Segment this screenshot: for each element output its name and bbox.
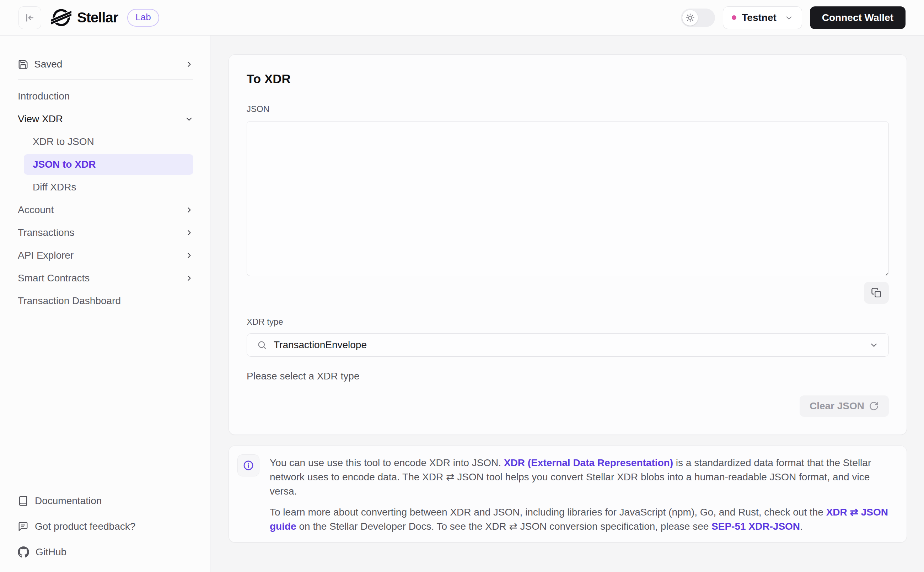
network-selector[interactable]: Testnet	[723, 6, 802, 29]
info-text-segment: on the Stellar Developer Docs. To see th…	[296, 521, 711, 532]
xdr-type-helper-text: Please select a XDR type	[247, 371, 889, 382]
sidebar-item-label: JSON to XDR	[24, 154, 193, 175]
collapse-sidebar-button[interactable]	[19, 6, 41, 29]
sidebar-item-label: Account	[18, 204, 54, 216]
sidebar: Saved Introduction View XDR	[0, 36, 210, 572]
chevron-right-icon	[185, 60, 193, 68]
sidebar-item-label: Transaction Dashboard	[18, 295, 121, 306]
chevron-right-icon	[185, 251, 193, 260]
chevron-right-icon	[185, 228, 193, 237]
info-paragraph: You can use use this tool to encode XDR …	[270, 456, 892, 499]
feedback-icon	[18, 521, 28, 532]
theme-toggle[interactable]	[681, 9, 715, 27]
sidebar-item-view-xdr[interactable]: View XDR	[18, 108, 193, 131]
theme-toggle-knob	[682, 10, 698, 26]
header-actions: Testnet Connect Wallet	[681, 6, 905, 29]
chevron-right-icon	[185, 206, 193, 214]
page-title: To XDR	[247, 72, 889, 86]
sidebar-item-xdr-to-json[interactable]: XDR to JSON	[18, 131, 193, 153]
brand[interactable]: Stellar Lab	[51, 8, 159, 28]
json-input[interactable]	[247, 121, 889, 276]
network-label: Testnet	[742, 12, 776, 23]
sidebar-item-label: Introduction	[18, 90, 70, 102]
search-icon	[257, 340, 267, 350]
info-text-segment: You can use use this tool to encode XDR …	[270, 457, 504, 468]
sidebar-nav: Introduction View XDR XDR to JSON JSON t…	[18, 85, 193, 312]
clear-json-label: Clear JSON	[810, 400, 864, 412]
sidebar-link-feedback[interactable]: Got product feedback?	[18, 514, 193, 539]
sidebar-item-label: View XDR	[18, 113, 63, 125]
info-text: You can use use this tool to encode XDR …	[270, 454, 892, 534]
save-icon	[18, 59, 28, 70]
collapse-sidebar-icon	[25, 12, 35, 23]
info-paragraph: To learn more about converting between X…	[270, 505, 892, 534]
info-link[interactable]: XDR (External Data Representation)	[504, 457, 673, 468]
chevron-right-icon	[185, 274, 193, 283]
sidebar-item-label: API Explorer	[18, 250, 73, 261]
sidebar-item-label: XDR to JSON	[24, 131, 193, 152]
sun-icon	[686, 13, 695, 22]
sidebar-item-json-to-xdr[interactable]: JSON to XDR	[18, 153, 193, 176]
sidebar-item-label: Diff XDRs	[24, 177, 193, 197]
stellar-lab-app: Stellar Lab Testnet Connect Wallet	[0, 0, 924, 572]
chevron-down-icon	[785, 14, 793, 22]
xdr-type-label: XDR type	[247, 317, 889, 327]
copy-json-button[interactable]	[864, 282, 889, 304]
sidebar-footer: Documentation Got product feedback? GitH…	[0, 479, 210, 572]
sidebar-item-transactions[interactable]: Transactions	[18, 221, 193, 244]
sidebar-link-label: Documentation	[35, 495, 102, 507]
info-link[interactable]: SEP-51 XDR-JSON	[711, 521, 800, 532]
network-status-dot	[732, 15, 736, 20]
sidebar-item-saved[interactable]: Saved	[18, 53, 193, 76]
sidebar-divider	[18, 79, 193, 79]
xdr-type-input[interactable]	[274, 339, 863, 351]
xdr-type-select[interactable]	[247, 333, 889, 357]
clear-json-button[interactable]: Clear JSON	[800, 395, 889, 417]
info-text-segment: .	[800, 521, 803, 532]
sidebar-item-account[interactable]: Account	[18, 199, 193, 221]
sidebar-item-introduction[interactable]: Introduction	[18, 85, 193, 108]
brand-name: Stellar	[77, 9, 118, 26]
book-icon	[18, 496, 28, 506]
sidebar-item-diff-xdrs[interactable]: Diff XDRs	[18, 176, 193, 199]
info-card: You can use use this tool to encode XDR …	[229, 446, 907, 542]
sidebar-item-smart-contracts[interactable]: Smart Contracts	[18, 267, 193, 289]
lab-badge: Lab	[127, 9, 159, 26]
sidebar-link-github[interactable]: GitHub	[18, 539, 193, 565]
info-text-segment: To learn more about converting between X…	[270, 507, 826, 518]
to-xdr-card: To XDR JSON XDR type	[229, 54, 907, 435]
sidebar-link-label: GitHub	[36, 546, 67, 558]
json-field-label: JSON	[247, 104, 889, 114]
copy-icon	[871, 288, 882, 298]
info-icon	[243, 460, 254, 471]
sidebar-link-documentation[interactable]: Documentation	[18, 488, 193, 514]
sidebar-item-api-explorer[interactable]: API Explorer	[18, 244, 193, 267]
sidebar-link-label: Got product feedback?	[35, 521, 135, 532]
sidebar-item-transaction-dashboard[interactable]: Transaction Dashboard	[18, 289, 193, 312]
github-icon	[18, 546, 29, 558]
sidebar-item-label: Transactions	[18, 227, 74, 238]
connect-wallet-button[interactable]: Connect Wallet	[810, 6, 905, 29]
info-button[interactable]	[237, 454, 260, 476]
main-content: To XDR JSON XDR type	[210, 36, 924, 572]
stellar-logo-icon	[51, 8, 72, 28]
refresh-icon	[869, 401, 879, 411]
app-header: Stellar Lab Testnet Connect Wallet	[0, 0, 924, 36]
sidebar-item-label: Saved	[34, 59, 62, 70]
chevron-down-icon	[869, 340, 879, 350]
chevron-down-icon	[185, 115, 193, 123]
sidebar-item-label: Smart Contracts	[18, 272, 90, 284]
